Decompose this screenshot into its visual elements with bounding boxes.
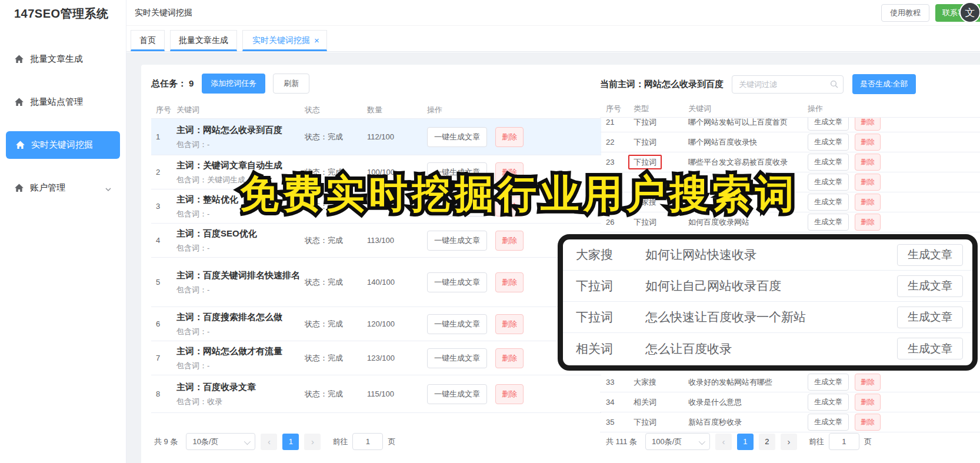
prev-page-button[interactable]: ‹ xyxy=(261,434,277,450)
table-row[interactable]: 3 主词：整站优化包含词：- 状态：完成 一键生成文章删除 xyxy=(151,189,601,224)
delete-button[interactable]: 删除 xyxy=(495,272,524,292)
page-size-select[interactable]: 10条/页 xyxy=(186,433,255,450)
delete-button[interactable]: 删除 xyxy=(855,214,881,231)
generate-article-button[interactable]: 生成文章 xyxy=(808,394,849,411)
row-index: 34 xyxy=(606,398,634,407)
translate-icon[interactable]: 文 xyxy=(959,2,980,23)
next-page-button[interactable]: › xyxy=(304,434,321,450)
delete-button[interactable]: 删除 xyxy=(495,348,524,368)
goto-page-input[interactable] xyxy=(829,433,859,450)
add-task-button[interactable]: 添加挖词任务 xyxy=(202,74,265,94)
sidebar-item-keyword-mining[interactable]: 实时关键词挖掘 xyxy=(6,131,120,159)
task-count: 113/100 xyxy=(367,236,427,245)
tab-keyword-mining[interactable]: 实时关键词挖掘 × xyxy=(242,30,327,51)
col-keyword: 关键词 xyxy=(688,104,808,114)
delete-button[interactable]: 删除 xyxy=(855,154,881,171)
generate-article-button[interactable]: 一键生成文章 xyxy=(427,231,487,251)
page-number-2[interactable]: 2 xyxy=(759,434,775,450)
col-keyword: 关键词 xyxy=(176,105,305,115)
tab-article-batch[interactable]: 批量文章生成 xyxy=(170,30,237,51)
generate-article-button[interactable]: 生成文章 xyxy=(808,214,849,231)
generate-all-button[interactable]: 是否生成:全部 xyxy=(852,74,916,94)
chevron-down-icon xyxy=(105,185,112,192)
task-include: 包含词：- xyxy=(176,327,305,337)
keywords-pagination: 共 111 条 100条/页 ‹ 1 2 › 前往 页 xyxy=(606,433,872,450)
delete-button[interactable]: 删除 xyxy=(495,231,524,251)
generate-article-button[interactable]: 一键生成文章 xyxy=(427,348,487,368)
table-row[interactable]: 8 主词：百度收录文章包含词：收录 状态：完成 115/100 一键生成文章删除 xyxy=(151,375,601,413)
keyword-text: 哪个网站百度收录快 xyxy=(688,137,808,148)
row-index: 21 xyxy=(606,118,634,126)
refresh-button[interactable]: 刷新 xyxy=(273,74,309,94)
tab-home[interactable]: 首页 xyxy=(131,30,165,51)
delete-button[interactable]: 删除 xyxy=(495,384,524,404)
next-page-button[interactable]: › xyxy=(781,434,797,450)
delete-button[interactable]: 删除 xyxy=(855,174,881,191)
generate-article-button[interactable]: 生成文章 xyxy=(808,154,849,171)
prev-page-button[interactable]: ‹ xyxy=(715,434,732,450)
delete-button[interactable]: 删除 xyxy=(855,414,881,431)
col-actions: 操作 xyxy=(808,104,980,114)
delete-button[interactable]: 删除 xyxy=(495,162,524,182)
delete-button[interactable]: 删除 xyxy=(495,196,524,216)
delete-button[interactable]: 删除 xyxy=(495,314,524,334)
keyword-type: 大家搜 xyxy=(576,247,645,263)
total-count: 共 9 条 xyxy=(154,437,178,447)
generate-article-button[interactable]: 一键生成文章 xyxy=(427,196,487,216)
goto-page-input[interactable] xyxy=(352,433,383,450)
table-row[interactable]: 21 下拉词 哪个网站发帖可以上百度首页 生成文章删除 xyxy=(600,118,980,132)
task-status: 状态：完成 xyxy=(305,167,367,178)
page-title: 实时关键词挖掘 xyxy=(135,8,192,18)
generate-article-button[interactable]: 生成文章 xyxy=(808,174,849,191)
table-row[interactable]: 33 大家搜 收录好的发帖网站有哪些 生成文章删除 xyxy=(600,372,980,392)
sidebar-item-label: 账户管理 xyxy=(30,182,65,194)
delete-button[interactable]: 删除 xyxy=(495,127,524,147)
generate-article-button[interactable]: 一键生成文章 xyxy=(427,272,487,292)
delete-button[interactable]: 删除 xyxy=(855,394,881,411)
table-row[interactable]: 1 主词：网站怎么收录到百度包含词：- 状态：完成 112/100 一键生成文章… xyxy=(151,119,601,155)
generate-article-button[interactable]: 生成文章 xyxy=(808,134,849,151)
generate-article-button[interactable]: 生成文章 xyxy=(808,118,849,131)
close-icon[interactable]: × xyxy=(314,36,319,45)
page-size-select[interactable]: 100条/页 xyxy=(645,433,710,450)
delete-button[interactable]: 删除 xyxy=(855,118,881,131)
delete-button[interactable]: 删除 xyxy=(855,134,881,151)
home-icon xyxy=(14,183,24,193)
delete-button[interactable]: 删除 xyxy=(855,374,881,391)
sidebar-item-account[interactable]: 账户管理 xyxy=(0,174,126,202)
keyword-text: 如何百度收录网站 xyxy=(688,217,808,228)
table-row[interactable]: 5 主词：百度关键词排名快速排名包含词：- 状态：完成 140/100 一键生成… xyxy=(151,258,601,307)
sidebar-item-article-batch[interactable]: 批量文章生成 xyxy=(0,45,126,73)
row-index: 6 xyxy=(156,319,176,328)
table-row[interactable]: 24 下拉词 生成文章删除 xyxy=(600,172,980,192)
table-row[interactable]: 23 下拉词 哪些平台发文容易被百度收录 生成文章删除 xyxy=(600,152,980,172)
delete-button[interactable]: 删除 xyxy=(855,194,881,211)
generate-article-button[interactable]: 一键生成文章 xyxy=(427,162,487,182)
table-row[interactable]: 34 相关词 收录是什么意思 生成文章删除 xyxy=(600,392,980,412)
sidebar-item-site-batch[interactable]: 批量站点管理 xyxy=(0,88,126,116)
table-row[interactable]: 25 大家搜 生成文章删除 xyxy=(600,192,980,212)
tutorial-button[interactable]: 使用教程 xyxy=(881,4,929,22)
generate-article-button[interactable]: 一键生成文章 xyxy=(427,127,487,147)
table-row[interactable]: 6 主词：百度搜索排名怎么做包含词：- 状态：完成 120/100 一键生成文章… xyxy=(151,307,601,341)
generate-article-button[interactable]: 生成文章 xyxy=(808,374,849,391)
table-row[interactable]: 7 主词：网站怎么做才有流量包含词：- 状态：完成 123/100 一键生成文章… xyxy=(151,341,601,375)
table-row[interactable]: 35 下拉词 新站百度秒收录 生成文章删除 xyxy=(600,412,980,432)
table-row[interactable]: 4 主词：百度SEO优化包含词：- 状态：完成 113/100 一键生成文章删除 xyxy=(151,224,601,258)
page-number-1[interactable]: 1 xyxy=(737,434,754,450)
inset-row: 相关词 怎么让百度收录 生成文章 删除 xyxy=(563,333,972,364)
keyword-text: 收录好的发帖网站有哪些 xyxy=(688,377,808,388)
keyword-filter-input[interactable] xyxy=(732,75,844,94)
generate-article-button[interactable]: 一键生成文章 xyxy=(427,314,487,334)
table-row[interactable]: 22 下拉词 哪个网站百度收录快 生成文章删除 xyxy=(600,132,980,152)
total-count: 共 111 条 xyxy=(606,437,637,447)
keyword-type: 下拉词 xyxy=(634,118,688,128)
generate-article-button[interactable]: 生成文章 xyxy=(808,194,849,211)
generate-article-button[interactable]: 一键生成文章 xyxy=(427,384,487,404)
generate-article-button[interactable]: 生成文章 xyxy=(808,414,849,431)
row-index: 3 xyxy=(156,202,176,211)
table-row[interactable]: 2 主词：关键词文章自动生成包含词：关键词生成 状态：完成 100/100 一键… xyxy=(151,155,601,189)
generate-article-button: 生成文章 xyxy=(897,275,963,297)
table-row[interactable]: 26 下拉词 如何百度收录网站 生成文章删除 xyxy=(600,212,980,232)
page-number-1[interactable]: 1 xyxy=(282,434,299,450)
